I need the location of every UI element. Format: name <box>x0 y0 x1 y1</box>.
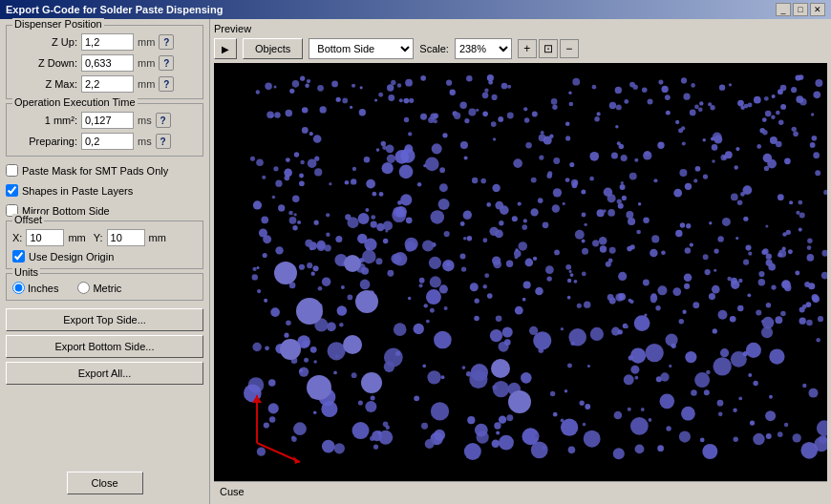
title-bar: Export G-Code for Solder Paste Dispensin… <box>0 0 831 19</box>
preview-label: Preview <box>214 23 827 34</box>
title-bar-buttons[interactable]: _ □ ✕ <box>776 3 825 16</box>
side-select[interactable]: Bottom Side Top Side <box>309 38 414 59</box>
z-max-info-icon[interactable]: ? <box>159 76 174 92</box>
mm2-unit: ms <box>138 115 152 126</box>
scale-select[interactable]: 238% 100% 50% 200% <box>455 38 512 59</box>
z-up-row: Z Up: mm ? <box>12 33 197 51</box>
scale-label: Scale: <box>419 43 449 54</box>
metric-radio[interactable] <box>77 282 90 294</box>
zoom-buttons: + ⊡ − <box>518 39 579 58</box>
offset-x-input[interactable] <box>26 229 64 246</box>
inches-label: Inches <box>28 283 58 294</box>
z-max-input[interactable] <box>81 75 134 93</box>
z-down-info-icon[interactable]: ? <box>159 55 174 71</box>
close-window-button[interactable]: ✕ <box>810 3 825 16</box>
z-up-input[interactable] <box>81 33 134 51</box>
z-down-label: Z Down: <box>12 57 77 69</box>
preparing-row: Preparing: ms ? <box>12 133 197 150</box>
z-up-info-icon[interactable]: ? <box>159 34 174 50</box>
mm2-input[interactable] <box>81 112 134 129</box>
paste-mask-row[interactable]: Paste Mask for SMT Pads Only <box>6 164 203 177</box>
offset-x-unit: mm <box>68 232 85 243</box>
mm2-info-icon[interactable]: ? <box>156 113 171 128</box>
z-down-input[interactable] <box>81 54 134 72</box>
dispenser-position-group: Dispenser Position Z Up: mm ? Z Down: mm… <box>6 25 203 99</box>
dispenser-position-label: Dispenser Position <box>12 18 104 30</box>
metric-label: Metric <box>93 283 121 294</box>
status-text: Cuse <box>220 486 245 497</box>
shapes-checkbox[interactable] <box>6 184 18 197</box>
z-max-label: Z Max: <box>12 78 77 90</box>
paste-mask-label: Paste Mask for SMT Pads Only <box>22 165 168 177</box>
maximize-button[interactable]: □ <box>793 3 808 16</box>
preparing-info-icon[interactable]: ? <box>156 134 171 149</box>
right-panel: Preview ▶ Objects Bottom Side Top Side S… <box>210 19 831 504</box>
use-design-origin-row[interactable]: Use Design Origin <box>12 250 197 262</box>
preparing-label: Preparing: <box>12 136 77 147</box>
preview-toolbar: ▶ Objects Bottom Side Top Side Scale: 23… <box>214 38 827 59</box>
preparing-input[interactable] <box>81 133 134 150</box>
inches-option[interactable]: Inches <box>12 282 58 294</box>
objects-button[interactable]: Objects <box>243 38 303 59</box>
export-top-button[interactable]: Export Top Side... <box>6 308 203 331</box>
units-group: Units Inches Metric <box>6 273 203 301</box>
offset-y-input[interactable] <box>107 229 145 246</box>
offset-y-unit: mm <box>149 232 166 243</box>
export-bottom-button[interactable]: Export Bottom Side... <box>6 335 203 358</box>
z-max-row: Z Max: mm ? <box>12 75 197 93</box>
paste-mask-checkbox[interactable] <box>6 164 18 177</box>
close-button-row: Close <box>6 472 203 498</box>
left-panel: Dispenser Position Z Up: mm ? Z Down: mm… <box>0 19 210 504</box>
main-container: Dispenser Position Z Up: mm ? Z Down: mm… <box>0 19 831 504</box>
offset-group: Offset X: mm Y: mm Use Design Origin <box>6 220 203 269</box>
preparing-unit: ms <box>138 136 152 147</box>
mm2-row: 1 mm²: ms ? <box>12 112 197 129</box>
units-label: Units <box>12 266 40 278</box>
offset-x-label: X: <box>12 232 22 243</box>
use-design-origin-label: Use Design Origin <box>29 251 114 262</box>
operation-time-label: Operation Execution Time <box>12 96 138 108</box>
z-up-unit: mm <box>138 36 155 48</box>
z-max-unit: mm <box>138 78 155 90</box>
zoom-fit-button[interactable]: ⊡ <box>539 39 558 58</box>
units-radio-row: Inches Metric <box>12 282 197 294</box>
z-down-row: Z Down: mm ? <box>12 54 197 72</box>
minimize-button[interactable]: _ <box>776 3 791 16</box>
metric-option[interactable]: Metric <box>77 282 121 294</box>
window-title: Export G-Code for Solder Paste Dispensin… <box>6 4 223 15</box>
inches-radio[interactable] <box>12 282 25 294</box>
export-buttons: Export Top Side... Export Bottom Side...… <box>6 308 203 385</box>
shapes-label: Shapes in Paste Layers <box>22 185 133 197</box>
zoom-in-button[interactable]: + <box>518 39 537 58</box>
operation-time-group: Operation Execution Time 1 mm²: ms ? Pre… <box>6 103 203 157</box>
pcb-preview <box>214 63 827 481</box>
zoom-out-button[interactable]: − <box>560 39 579 58</box>
shapes-row[interactable]: Shapes in Paste Layers <box>6 184 203 197</box>
preview-canvas <box>214 63 827 481</box>
offset-y-label: Y: <box>94 232 103 243</box>
close-button[interactable]: Close <box>67 472 143 494</box>
mm2-label: 1 mm²: <box>12 115 77 126</box>
use-design-origin-checkbox[interactable] <box>12 250 25 262</box>
play-button[interactable]: ▶ <box>214 38 237 59</box>
status-bar: Cuse <box>214 481 827 500</box>
export-all-button[interactable]: Export All... <box>6 362 203 385</box>
z-up-label: Z Up: <box>12 36 77 48</box>
offset-xy-row: X: mm Y: mm <box>12 229 197 246</box>
offset-label: Offset <box>12 214 44 225</box>
z-down-unit: mm <box>138 57 155 69</box>
